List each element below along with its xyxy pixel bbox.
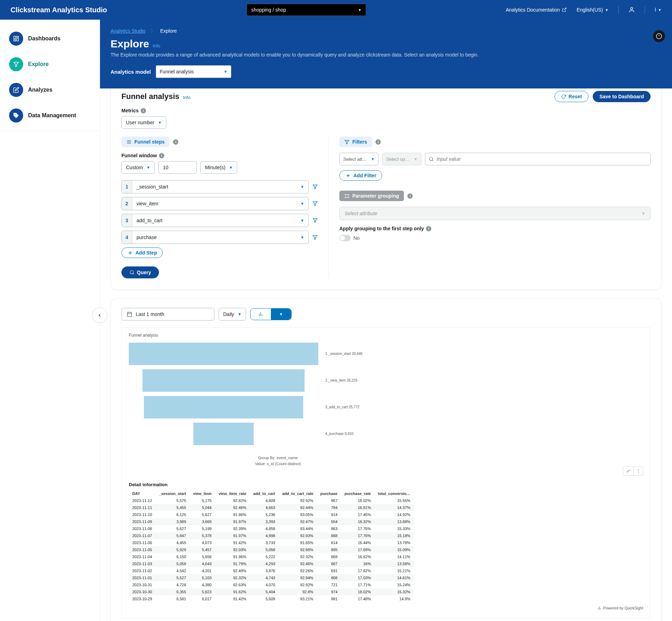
page-title: Explore Info (111, 38, 661, 50)
window-unit-select[interactable]: Minute(s) ▼ (200, 161, 237, 174)
chart-container: Funnel analysis 1._session_start 30,6462… (121, 328, 651, 618)
table-header: add_to_cart_rate (279, 490, 317, 497)
window-mode-select[interactable]: Custom ▼ (121, 161, 155, 174)
user-menu[interactable]: l ▼ (655, 7, 661, 13)
divider (618, 6, 619, 14)
window-value-input[interactable]: 10 (158, 161, 197, 174)
chevron-down-icon: ▼ (238, 312, 241, 316)
step-number: 4 (122, 231, 132, 244)
step-number: 1 (122, 180, 132, 193)
svg-rect-3 (17, 36, 19, 38)
funnel-chart: 1._session_start 30,6462._view_item 26,2… (129, 343, 427, 453)
info-icon[interactable]: i (407, 193, 413, 199)
dashboard-icon (9, 32, 23, 46)
breadcrumb: Analytics Studio 〉 Explore (111, 28, 661, 34)
reset-button[interactable]: Reset (554, 91, 588, 102)
analytics-model-select[interactable]: Funnel analysis ▼ (156, 65, 231, 78)
info-link[interactable]: Info (153, 43, 160, 48)
table-row: 2023-11-015,5275,10392.32%4,74392.94%808… (129, 574, 414, 581)
add-step-button[interactable]: ＋ Add Step (121, 247, 163, 258)
add-filter-button[interactable]: ＋ Add Filter (339, 170, 382, 181)
filter-icon[interactable] (312, 234, 318, 240)
chart-menu-button[interactable]: ⋮ (633, 467, 643, 475)
group-first-toggle[interactable]: No (339, 235, 651, 241)
funnel-step-row: 4 purchase▼ (121, 231, 318, 244)
detail-table-title: Detail information (129, 482, 643, 487)
step-value: view_item (137, 201, 158, 206)
info-icon[interactable]: i (375, 139, 381, 145)
sidebar: Dashboards Explore Analyzes Data Managem… (0, 20, 100, 621)
sidebar-item-dashboards[interactable]: Dashboards (0, 26, 100, 52)
filter-icon[interactable] (312, 184, 318, 190)
filter-value-input[interactable] (425, 153, 651, 165)
funnel-step-select[interactable]: 1 _session_start▼ (121, 180, 309, 193)
table-row: 2023-10-314,7284,38092.63%4,07092.92%721… (129, 581, 414, 588)
chart-group-by: Group By: event_name (129, 455, 427, 461)
page-header: Analytics Studio 〉 Explore Explore Info … (100, 20, 672, 88)
sidebar-item-label: Data Management (28, 112, 76, 119)
svg-point-1 (631, 7, 633, 9)
table-header: purchase (317, 490, 341, 497)
docs-link[interactable]: Analytics Documentation (506, 7, 567, 13)
filter-icon[interactable] (312, 201, 318, 206)
info-icon[interactable]: i (159, 153, 164, 158)
sidebar-item-label: Dashboards (28, 35, 60, 42)
svg-line-19 (133, 273, 134, 275)
expand-button[interactable]: ⤢ (623, 467, 633, 475)
query-button[interactable]: Query (121, 266, 159, 278)
funnel-steps-chip: Funnel steps (121, 137, 169, 147)
chevron-down-icon: ▼ (414, 157, 418, 161)
search-icon (429, 157, 434, 161)
funnel-step-row: 2 view_item▼ (121, 197, 318, 210)
chevron-down-icon: ▼ (358, 8, 361, 12)
data-management-icon (9, 108, 23, 123)
svg-marker-14 (313, 185, 317, 189)
user-icon[interactable] (628, 7, 635, 13)
funnel-step-select[interactable]: 4 purchase▼ (121, 231, 309, 244)
funnel-step-row: 1 _session_start▼ (121, 180, 318, 193)
sidebar-item-label: Explore (28, 61, 49, 67)
help-button[interactable] (653, 30, 665, 42)
info-icon[interactable]: i (426, 226, 431, 231)
funnel-step-select[interactable]: 3 add_to_cart▼ (121, 214, 309, 227)
language-selector[interactable]: English(US) ▼ (577, 7, 608, 13)
results-card: Last 1 month Daily ▼ ▼ (111, 298, 661, 621)
filter-icon[interactable] (312, 218, 318, 223)
granularity-select[interactable]: Daily ▼ (219, 308, 246, 321)
parameter-attribute-select[interactable]: Select attribute ▼ (339, 207, 651, 220)
sidebar-item-data-management[interactable]: Data Management (0, 103, 100, 128)
chart-value-metric: Value: x_id (Count distinct) (129, 461, 427, 467)
step-value: add_to_cart (137, 218, 162, 223)
chart-type-toggle: ▼ (250, 308, 292, 320)
chart-type-bar[interactable] (251, 309, 271, 320)
table-row: 2023-11-064,4554,07391.42%3,73391.65%614… (129, 539, 414, 546)
parameter-grouping-chip: Parameter grouping (339, 191, 404, 201)
breadcrumb-root[interactable]: Analytics Studio (111, 28, 146, 34)
calendar-icon (127, 311, 132, 317)
project-selector[interactable]: shopping / shop ▼ (247, 4, 366, 16)
chart-type-dropdown[interactable]: ▼ (271, 309, 291, 320)
info-link[interactable]: Info (183, 95, 191, 100)
svg-point-23 (345, 194, 346, 195)
collapse-sidebar-button[interactable] (92, 308, 107, 323)
funnel-bar-label: 3_add_to_cart 25,772 (325, 405, 359, 409)
project-selector-value: shopping / shop (251, 7, 286, 13)
card-title: Funnel analysis (121, 92, 179, 101)
funnel-bar-label: 4_purchase 9,810 (325, 432, 353, 436)
svg-point-25 (348, 194, 349, 195)
funnel-window-label: Funnel window i (121, 153, 318, 158)
date-range-picker[interactable]: Last 1 month (121, 308, 214, 321)
step-number: 2 (122, 197, 132, 210)
table-row: 2023-11-024,5424,20192.49%3,87692.26%691… (129, 567, 414, 574)
info-icon[interactable]: i (173, 139, 178, 145)
filter-attribute-select[interactable]: Select att… ▼ (339, 153, 379, 165)
topbar: Clickstream Analytics Studio shopping / … (0, 0, 672, 20)
funnel-step-select[interactable]: 2 view_item▼ (121, 197, 309, 210)
svg-marker-16 (313, 219, 317, 223)
chevron-down-icon: ▼ (605, 8, 608, 12)
save-to-dashboard-button[interactable]: Save to Dashboard (593, 91, 651, 102)
metrics-select[interactable]: User number ▼ (121, 116, 166, 129)
info-icon[interactable]: i (141, 108, 146, 113)
sidebar-item-explore[interactable]: Explore (0, 52, 100, 77)
sidebar-item-analyzes[interactable]: Analyzes (0, 77, 100, 103)
